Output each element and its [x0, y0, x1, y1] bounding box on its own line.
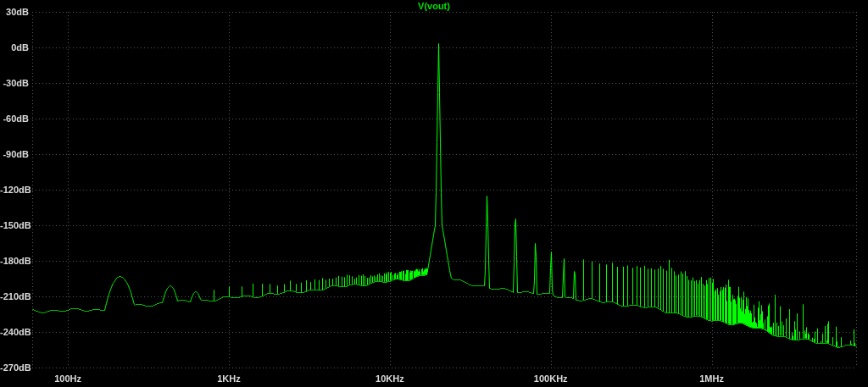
y-tick-label: -150dB	[0, 220, 29, 230]
y-tick-label: -270dB	[0, 362, 29, 373]
y-tick-label: 30dB	[0, 7, 29, 17]
x-tick-label: 1MHz	[699, 373, 724, 384]
trace-title[interactable]: V(vout)	[0, 1, 868, 11]
x-tick-label: 100KHz	[534, 373, 568, 384]
y-tick-label: -30dB	[0, 78, 29, 88]
y-tick-label: -180dB	[0, 256, 29, 266]
y-tick-label: -210dB	[0, 291, 29, 301]
x-tick-label: 1KHz	[217, 373, 241, 384]
fft-plot-canvas[interactable]	[0, 0, 868, 387]
y-tick-label: -90dB	[0, 149, 29, 159]
y-tick-label: -60dB	[0, 113, 29, 124]
y-tick-label: 0dB	[0, 42, 29, 53]
x-tick-label: 100Hz	[54, 373, 81, 384]
y-tick-label: -120dB	[0, 185, 29, 195]
x-tick-label: 10KHz	[376, 373, 404, 384]
y-tick-label: -240dB	[0, 327, 29, 337]
waveform-viewer: V(vout) 30dB0dB-30dB-60dB-90dB-120dB-150…	[0, 0, 868, 387]
